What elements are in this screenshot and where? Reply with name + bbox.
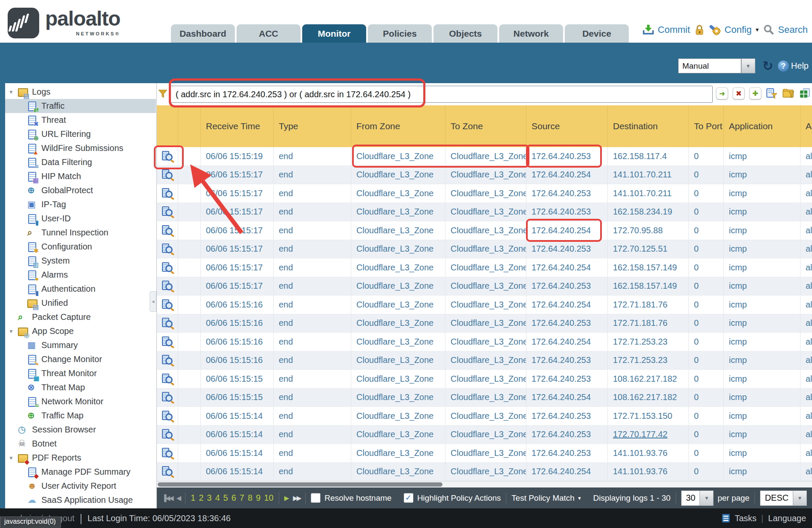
application-cell[interactable]: icmp [723,333,800,351]
application-cell[interactable]: icmp [723,166,800,184]
column-header-from-zone[interactable]: From Zone [351,105,445,147]
to-zone-cell[interactable]: Cloudflare_L3_Zone [445,203,526,221]
log-detail-icon[interactable] [162,244,173,254]
to-zone-cell[interactable]: Cloudflare_L3_Zone [445,426,526,444]
to-zone-cell[interactable]: Cloudflare_L3_Zone [445,333,526,351]
add-filter-button[interactable]: ✚ [749,87,761,99]
filter-builder-icon[interactable] [766,87,778,99]
from-zone-cell[interactable]: Cloudflare_L3_Zone [351,203,445,221]
source-cell[interactable]: 172.64.240.253 [526,184,607,203]
destination-cell[interactable]: 172.71.253.23 [607,351,688,370]
language-button[interactable]: Language [768,513,806,523]
destination-cell[interactable]: 162.158.157.149 [607,277,688,296]
application-cell[interactable]: icmp [723,389,800,407]
action-cell[interactable]: allow [800,351,812,370]
type-cell[interactable]: end [273,389,351,407]
receive-time-cell[interactable]: 06/06 15:15:17 [200,203,273,221]
source-cell[interactable]: 172.64.240.253 [526,407,607,425]
type-cell[interactable]: end [273,240,351,258]
tasks-icon[interactable] [722,513,730,523]
receive-time-cell[interactable]: 06/06 15:15:17 [200,221,273,240]
commit-button[interactable]: Commit [658,24,690,35]
config-caret-icon[interactable]: ▼ [754,27,760,33]
page-7[interactable]: 7 [240,493,244,503]
to-zone-cell[interactable]: Cloudflare_L3_Zone [445,389,526,407]
receive-time-cell[interactable]: 06/06 15:15:14 [200,426,273,444]
application-cell[interactable]: icmp [723,203,800,221]
page-3[interactable]: 3 [207,493,212,503]
last-page-button[interactable]: ▶▶ [293,494,300,502]
tab-monitor[interactable]: Monitor [302,24,366,43]
test-policy-match-button[interactable]: Test Policy Match [511,493,575,503]
sidebar-item-pdf-reports[interactable]: ▼PDF Reports [5,451,156,465]
type-cell[interactable]: end [273,370,351,388]
to-port-cell[interactable]: 0 [688,147,723,165]
action-cell[interactable]: allow [800,277,812,296]
filter-query-input[interactable] [170,86,713,103]
to-port-cell[interactable]: 0 [688,351,723,370]
sidebar-item-tunnel-inspection[interactable]: Tunnel Inspection [5,226,156,240]
log-detail-icon[interactable] [162,392,173,403]
sidebar-item-configuration[interactable]: Configuration [5,240,156,254]
to-zone-cell[interactable]: Cloudflare_L3_Zone [445,147,526,165]
receive-time-cell[interactable]: 06/06 15:15:14 [200,444,273,462]
action-cell[interactable]: allow [800,333,812,351]
commit-icon[interactable] [642,24,654,35]
log-detail-icon[interactable] [162,318,173,328]
to-zone-cell[interactable]: Cloudflare_L3_Zone [445,351,526,370]
sidebar-item-network-monitor[interactable]: Network Monitor [5,395,156,409]
source-cell[interactable]: 172.64.240.254 [526,258,607,277]
next-page-button[interactable]: ▶ [284,494,289,502]
application-cell[interactable]: icmp [723,147,800,165]
application-cell[interactable]: icmp [723,426,800,444]
from-zone-cell[interactable]: Cloudflare_L3_Zone [351,296,445,314]
receive-time-cell[interactable]: 06/06 15:15:17 [200,240,273,258]
receive-time-cell[interactable]: 06/06 15:15:19 [200,147,273,165]
column-header-application[interactable]: Application [723,105,800,147]
action-cell[interactable]: allow [800,296,812,314]
log-detail-icon[interactable] [162,151,173,162]
type-cell[interactable]: end [273,314,351,333]
per-page-select[interactable]: 30 [681,490,700,506]
log-detail-icon[interactable] [162,169,173,180]
action-cell[interactable]: allow [800,221,812,240]
sidebar-collapse-handle[interactable]: ◂ [150,291,156,312]
receive-time-cell[interactable]: 06/06 15:15:14 [200,407,273,425]
type-cell[interactable]: end [273,426,351,444]
destination-cell[interactable]: 172.70.95.88 [607,221,688,240]
to-port-cell[interactable]: 0 [688,203,723,221]
to-zone-cell[interactable]: Cloudflare_L3_Zone [445,258,526,277]
type-cell[interactable]: end [273,351,351,370]
from-zone-cell[interactable]: Cloudflare_L3_Zone [351,184,445,203]
from-zone-cell[interactable]: Cloudflare_L3_Zone [351,314,445,333]
sidebar-item-hip-match[interactable]: HIP Match [5,169,156,183]
to-port-cell[interactable]: 0 [688,166,723,184]
to-port-cell[interactable]: 0 [688,221,723,240]
receive-time-cell[interactable]: 06/06 15:15:15 [200,389,273,407]
to-port-cell[interactable]: 0 [688,296,723,314]
destination-cell[interactable]: 162.158.234.19 [607,203,688,221]
to-zone-cell[interactable]: Cloudflare_L3_Zone [445,370,526,388]
action-cell[interactable]: allow [800,444,812,462]
log-detail-icon[interactable] [162,206,173,217]
action-cell[interactable]: allow [800,203,812,221]
source-cell[interactable]: 172.64.240.253 [526,147,607,165]
source-cell[interactable]: 172.64.240.253 [526,240,607,258]
type-cell[interactable]: end [273,277,351,296]
application-cell[interactable]: icmp [723,463,800,481]
source-cell[interactable]: 172.64.240.254 [526,221,607,240]
page-5[interactable]: 5 [223,493,228,503]
source-cell[interactable]: 172.64.240.254 [526,166,607,184]
load-saved-filter-icon[interactable] [783,87,795,99]
to-port-cell[interactable]: 0 [688,277,723,296]
application-cell[interactable]: icmp [723,258,800,277]
application-cell[interactable]: icmp [723,351,800,370]
action-cell[interactable]: allow [800,370,812,388]
sidebar-item-threat-map[interactable]: Threat Map [5,380,156,395]
apply-filter-button[interactable]: ➜ [716,87,728,99]
destination-cell[interactable]: 172.71.181.76 [607,296,688,314]
destination-cell[interactable]: 141.101.70.211 [607,184,688,203]
receive-time-cell[interactable]: 06/06 15:15:14 [200,463,273,481]
action-cell[interactable]: allow [800,463,812,481]
destination-cell[interactable]: 172.70.177.42 [607,426,688,444]
